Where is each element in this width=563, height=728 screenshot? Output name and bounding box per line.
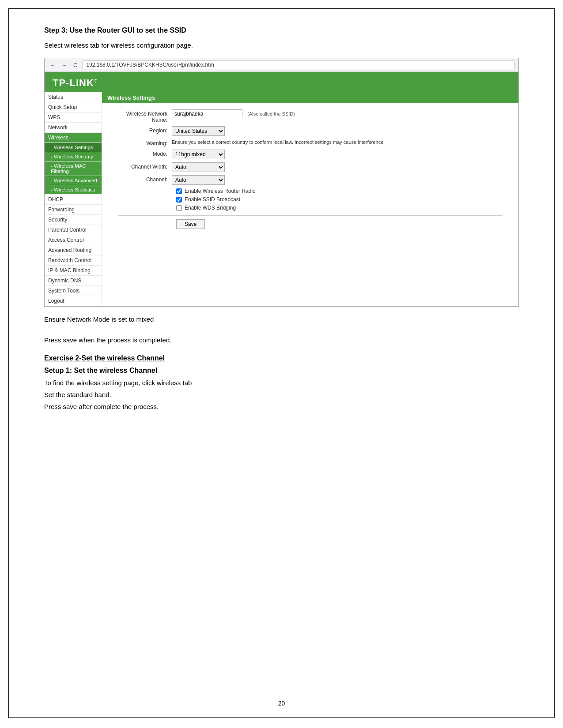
sidebar-item-ip-mac[interactable]: IP & MAC Binding (45, 266, 102, 276)
sidebar-item-quicksetup[interactable]: Quick Setup (45, 102, 102, 113)
set-band-text: Set the standard band. (44, 391, 519, 398)
warning-value: Ensure you select a correct country to c… (172, 139, 510, 146)
browser-mockup: ← → C 192.168.0.1/TOVFJS/BPCKKHSC/userRp… (44, 58, 519, 307)
url-bar[interactable]: 192.168.0.1/TOVFJS/BPCKKHSC/userRpm/inde… (82, 60, 515, 69)
checkbox-ssid-broadcast: Enable SSID Broadcast (176, 196, 510, 203)
tp-link-logo: TP-LINK® (53, 77, 98, 88)
region-row: Region: United States (110, 126, 510, 136)
region-select[interactable]: United States (172, 126, 225, 136)
channel-select[interactable]: Auto (172, 175, 225, 185)
router-header: TP-LINK® (45, 72, 518, 92)
router-body: Status Quick Setup WPS Network Wireless … (45, 92, 518, 306)
sidebar-item-security[interactable]: Security (45, 215, 102, 225)
mode-label: Mode: (110, 150, 172, 157)
section-header: Wireless Settings (102, 92, 518, 103)
channel-width-select[interactable]: Auto (172, 162, 225, 172)
ssid-note: (Also called the SSID) (247, 111, 295, 116)
sidebar-item-wireless-stats[interactable]: - Wireless Statistics (45, 185, 102, 195)
page-border: Step 3: Use the Router GUI to set the SS… (8, 8, 555, 718)
checkbox-wireless-radio: Enable Wireless Router Radio (176, 188, 510, 194)
sidebar-item-wireless-advanced[interactable]: - Wireless Advanced (45, 176, 102, 185)
sidebar-item-tools[interactable]: System Tools (45, 286, 102, 296)
router-gui: TP-LINK® Status Quick Setup WPS Network … (45, 72, 518, 306)
form-divider (118, 215, 503, 216)
checkboxes-area: Enable Wireless Router Radio Enable SSID… (176, 188, 510, 211)
channel-width-value: Auto (172, 162, 510, 172)
sidebar-item-wps[interactable]: WPS (45, 113, 102, 123)
network-name-input[interactable] (172, 109, 242, 118)
channel-width-row: Channel Width: Auto (110, 162, 510, 172)
sidebar-item-bandwidth[interactable]: Bandwidth Control (45, 255, 102, 266)
checkbox-wireless-radio-input[interactable] (176, 188, 182, 194)
save-button[interactable]: Save (176, 219, 205, 229)
sidebar-item-wireless-security[interactable]: - Wireless Security (45, 152, 102, 161)
checkbox-wireless-radio-label: Enable Wireless Router Radio (185, 188, 256, 194)
exercise-heading: Exercise 2-Set the wireless Channel (44, 354, 519, 362)
channel-value: Auto (172, 175, 510, 185)
sidebar-item-parental[interactable]: Parental Control (45, 225, 102, 235)
network-name-label: Wireless Network Name: (110, 109, 172, 123)
sidebar-item-dns[interactable]: Dynamic DNS (45, 276, 102, 286)
back-button[interactable]: ← (48, 62, 57, 68)
sidebar: Status Quick Setup WPS Network Wireless … (45, 92, 102, 306)
network-name-value: (Also called the SSID) (172, 109, 510, 118)
sidebar-item-advanced-routing[interactable]: Advanced Routing (45, 245, 102, 255)
network-name-row: Wireless Network Name: (Also called the … (110, 109, 510, 123)
intro-text: Select wireless tab for wireless configu… (44, 41, 519, 49)
save-btn-area: Save (176, 219, 510, 229)
browser-bar: ← → C 192.168.0.1/TOVFJS/BPCKKHSC/userRp… (45, 58, 518, 72)
sidebar-item-logout[interactable]: Logout (45, 296, 102, 306)
checkbox-wds-bridging: Enable WDS Bridging (176, 205, 510, 211)
sidebar-item-forwarding[interactable]: Forwarding (45, 205, 102, 215)
mode-row: Mode: 11bgn mixed (110, 150, 510, 159)
main-content: Wireless Settings Wireless Network Name:… (102, 92, 518, 306)
ensure-text: Ensure Network Mode is set to mixed (44, 315, 519, 323)
region-value: United States (172, 126, 510, 136)
channel-label: Channel: (110, 175, 172, 183)
channel-width-label: Channel Width: (110, 162, 172, 170)
warning-label: Warning: (110, 139, 172, 146)
region-label: Region: (110, 126, 172, 134)
forward-button[interactable]: → (60, 62, 68, 68)
refresh-button[interactable]: C (72, 62, 79, 68)
channel-row: Channel: Auto (110, 175, 510, 185)
mode-select[interactable]: 11bgn mixed (172, 150, 225, 159)
press-save-text: Press save when the process is completed… (44, 336, 519, 344)
step-heading: Step 3: Use the Router GUI to set the SS… (44, 26, 519, 34)
sidebar-item-network[interactable]: Network (45, 123, 102, 133)
checkbox-wds-bridging-label: Enable WDS Bridging (185, 205, 236, 211)
checkbox-ssid-broadcast-label: Enable SSID Broadcast (185, 196, 240, 203)
sidebar-item-status[interactable]: Status (45, 92, 102, 102)
warning-row: Warning: Ensure you select a correct cou… (110, 139, 510, 146)
warning-text: Ensure you select a correct country to c… (172, 139, 510, 146)
checkbox-ssid-broadcast-input[interactable] (176, 197, 182, 203)
sidebar-item-wireless-settings[interactable]: - Wireless Settings (45, 143, 102, 152)
mode-value: 11bgn mixed (172, 150, 510, 159)
setup-heading: Setup 1: Set the wireless Channel (44, 367, 519, 375)
checkbox-wds-bridging-input[interactable] (176, 205, 182, 211)
sidebar-item-wireless-mac[interactable]: - Wireless MAC Filtering (45, 161, 102, 176)
sidebar-item-wireless[interactable]: Wireless (45, 133, 102, 143)
press-save-after-text: Press save after complete the process. (44, 403, 519, 410)
sidebar-item-dhcp[interactable]: DHCP (45, 195, 102, 205)
sidebar-item-access[interactable]: Access Control (45, 235, 102, 245)
find-wireless-text: To find the wireless setting page, click… (44, 379, 519, 387)
page-number: 20 (9, 700, 554, 707)
form-area: Wireless Network Name: (Also called the … (102, 103, 518, 240)
